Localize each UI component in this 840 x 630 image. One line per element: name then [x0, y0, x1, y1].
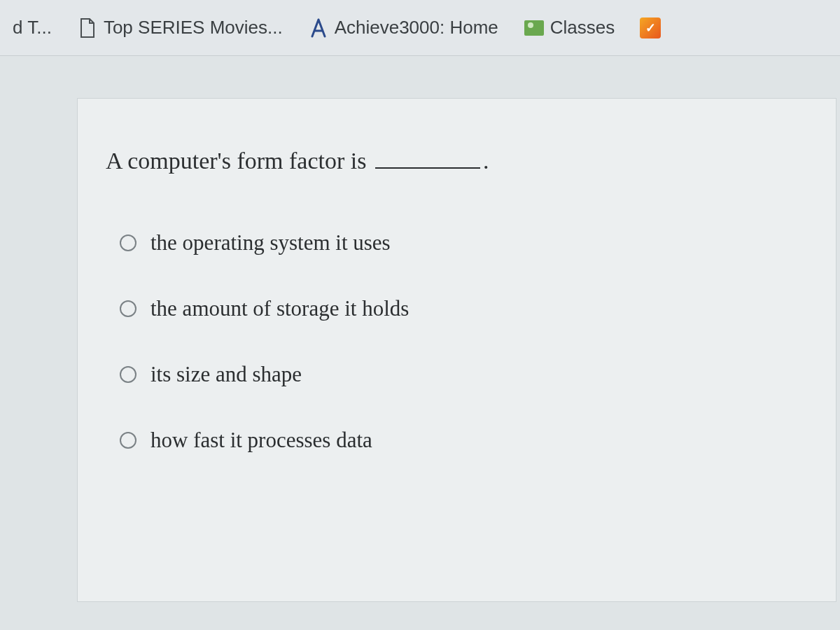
option-row[interactable]: its size and shape [120, 362, 808, 387]
classroom-icon [524, 18, 545, 38]
bookmark-label: d T... [13, 17, 52, 38]
radio-icon[interactable] [120, 234, 136, 251]
file-icon [77, 18, 98, 38]
app-icon: ✓ [640, 18, 661, 38]
blank-line [375, 167, 480, 169]
question-prompt: A computer's form factor is . [106, 148, 808, 174]
radio-icon[interactable] [120, 300, 136, 317]
content-area: A computer's form factor is . the operat… [0, 56, 840, 602]
bookmark-item-achieve3000[interactable]: Achieve3000: Home [301, 13, 505, 43]
bookmark-item-orange[interactable]: ✓ [633, 13, 673, 43]
bookmark-label: Achieve3000: Home [335, 17, 498, 38]
bookmark-label: Classes [550, 17, 615, 38]
bookmark-label: Top SERIES Movies... [104, 17, 283, 38]
question-card: A computer's form factor is . the operat… [77, 98, 836, 602]
bookmark-item-top-series[interactable]: Top SERIES Movies... [70, 13, 290, 43]
option-row[interactable]: the amount of storage it holds [120, 296, 808, 321]
prompt-after: . [483, 148, 489, 174]
option-label: its size and shape [150, 362, 302, 387]
prompt-before: A computer's form factor is [106, 148, 372, 174]
option-row[interactable]: how fast it processes data [120, 428, 808, 453]
letter-a-icon [308, 18, 329, 38]
option-label: the operating system it uses [150, 230, 391, 255]
bookmark-item-d-t[interactable]: d T... [6, 13, 59, 43]
radio-icon[interactable] [120, 432, 136, 449]
radio-icon[interactable] [120, 366, 136, 383]
bookmarks-bar: d T... Top SERIES Movies... Achieve3000:… [0, 0, 840, 56]
options-group: the operating system it uses the amount … [106, 230, 808, 453]
option-label: the amount of storage it holds [150, 296, 409, 321]
bookmark-item-classes[interactable]: Classes [517, 13, 622, 43]
option-row[interactable]: the operating system it uses [120, 230, 808, 255]
option-label: how fast it processes data [150, 428, 372, 453]
